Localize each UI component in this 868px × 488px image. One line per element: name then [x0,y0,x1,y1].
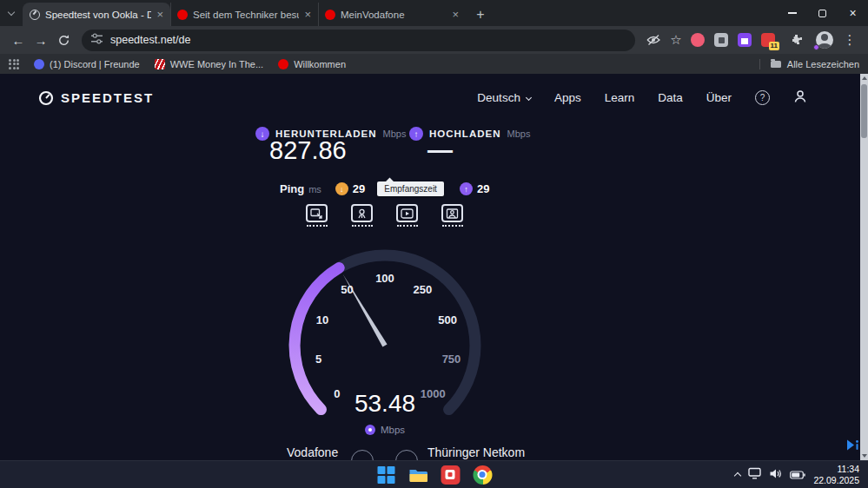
nav-ueber[interactable]: Über [706,91,732,104]
file-explorer-button[interactable] [407,465,428,485]
ping-row: Ping ms ↓ 29 Empfangszeit ↑ 29 [280,181,489,196]
brand-name: SPEEDTEST [61,90,154,105]
all-bookmarks-button[interactable]: Alle Lesezeichen [759,59,859,69]
ping-label: Ping [280,182,304,195]
wwe-favicon [155,59,165,69]
speed-unit-icon [365,425,375,435]
nav-data[interactable]: Data [658,91,683,104]
discord-favicon [34,59,44,69]
scroll-down-arrow[interactable] [862,454,867,458]
tab-close-icon[interactable]: × [452,9,459,20]
close-window-button[interactable]: × [838,0,868,26]
tray-time: 11:34 [813,464,859,475]
menu-icon[interactable]: ⋮ [838,29,861,51]
result-image-button[interactable] [306,204,328,227]
tray-date: 22.09.2025 [813,475,859,486]
avatar-body [818,43,832,49]
site-settings-icon[interactable] [91,32,103,48]
send-latency-icon: ↑ [460,182,473,195]
gauge-tick: 250 [414,283,433,296]
current-speed-unit: Mbps [381,425,405,435]
tab-close-icon[interactable]: × [304,9,311,20]
download-value: 827.86 [269,136,347,165]
extension-icon-3[interactable] [738,33,752,47]
network-icon[interactable] [748,467,761,483]
upload-arrow-icon: ↑ [409,127,423,141]
server-detail-button[interactable] [395,450,418,460]
apps-grid-icon[interactable] [9,59,19,69]
gauge-tick: 100 [375,272,394,285]
gauge-tick: 10 [316,313,328,326]
portrait-icon [441,204,463,222]
help-icon[interactable]: ? [755,90,770,105]
server-name: Thüringer Netkom [427,445,525,459]
bookmark-discord[interactable]: (1) Discord | Freunde [34,59,140,69]
maximize-button[interactable] [807,0,838,26]
isp-detail-button[interactable] [351,450,374,460]
window-controls: × [777,0,868,26]
folder-icon [771,61,781,68]
speedtest-page: SPEEDTEST Deutsch Apps Learn Data Über ?… [0,74,868,460]
upload-value: — [427,136,453,165]
receive-latency-icon: ↓ [335,182,348,195]
result-video-button[interactable] [396,204,418,227]
bookmark-wwe[interactable]: WWE Money In The... [155,59,263,69]
forward-button[interactable]: → [30,29,52,51]
taskbar-app-red-button[interactable] [440,465,461,485]
volume-icon[interactable] [769,467,782,483]
profile-status-dot [813,44,819,50]
tab-title: MeinVodafone [341,10,447,20]
extension-glyph [741,38,748,44]
page-scrollbar[interactable] [860,74,868,460]
clock[interactable]: 11:34 22.09.2025 [813,464,859,485]
gauge-progress [295,268,339,410]
speedtest-logo[interactable]: SPEEDTEST [38,90,154,106]
extensions-puzzle-icon[interactable] [785,29,807,51]
adchoices-icon[interactable] [845,439,860,455]
download-unit: Mbps [383,129,407,139]
tab-search-button[interactable] [0,0,23,26]
profile-button[interactable] [816,31,833,49]
reload-button[interactable] [52,29,75,51]
nav-learn[interactable]: Learn [605,91,635,104]
extension-icon-adblocker[interactable]: 11 [761,33,775,47]
latency-tooltip: Empfangszeit [377,181,444,196]
scroll-up-arrow[interactable] [862,76,867,80]
speedtest-favicon [30,10,40,20]
address-bar[interactable]: speedtest.net/de [82,30,635,51]
chrome-button[interactable] [472,465,493,485]
hidden-icons-chevron[interactable] [734,472,741,479]
extension-icon-1[interactable] [691,33,705,47]
dotted-underline [352,225,373,227]
result-reaction-button[interactable] [351,204,373,227]
current-speed-value: 53.48 [281,390,489,418]
bookmark-willkommen[interactable]: Willkommen [278,59,346,69]
bookmark-label: Willkommen [294,59,346,69]
tab-close-icon[interactable]: × [156,9,163,20]
tab-title: Seit dem Techniker besuch seh... [193,10,299,20]
language-select[interactable]: Deutsch [477,91,531,104]
gauge-tick: 5 [315,353,321,366]
extension-icon-2[interactable] [714,33,728,47]
avatar-head [821,34,828,41]
result-portrait-button[interactable] [441,204,463,227]
new-tab-button[interactable]: + [469,3,492,26]
bookmark-star-icon[interactable]: ☆ [665,29,687,51]
scrollbar-thumb[interactable] [861,84,867,138]
start-button[interactable] [375,465,396,485]
battery-icon[interactable] [790,467,805,483]
vodafone-favicon [278,59,288,69]
back-button[interactable]: ← [7,29,30,51]
tracking-protection-icon[interactable] [642,29,665,51]
tab-vodafone-support[interactable]: Seit dem Techniker besuch seh... × [170,3,318,26]
system-tray: 11:34 22.09.2025 [735,461,859,488]
nav-apps[interactable]: Apps [554,91,581,104]
upload-unit: Mbps [507,129,530,139]
minimize-button[interactable] [777,0,807,26]
tab-speedtest[interactable]: Speedtest von Ookla - Der umf... × [23,3,170,26]
tab-meinvodafone[interactable]: MeinVodafone × [318,3,466,26]
taskbar-icons [375,461,493,488]
site-nav: Deutsch Apps Learn Data Über ? [477,89,807,106]
account-icon[interactable] [793,89,807,106]
language-label: Deutsch [477,91,520,104]
